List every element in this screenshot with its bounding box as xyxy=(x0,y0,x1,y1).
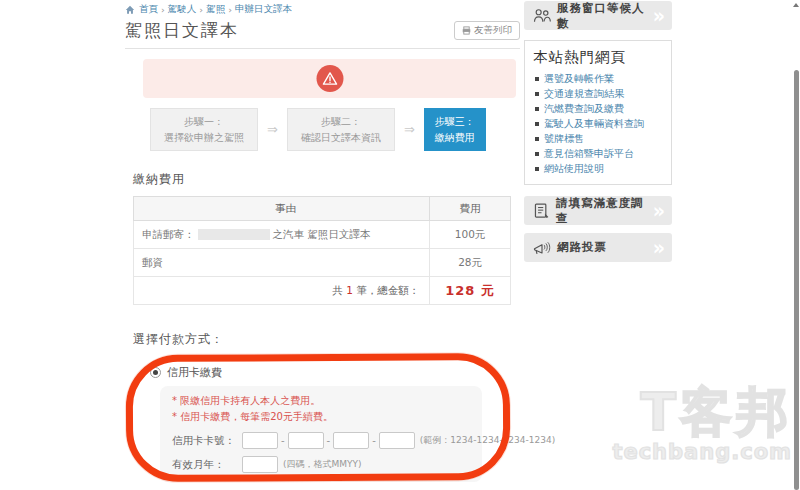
card-number-input-3[interactable] xyxy=(333,432,369,449)
credit-card-panel: * 限繳信用卡持有人本人之費用。 * 信用卡繳費，每筆需20元手續費。 信用卡卡… xyxy=(160,386,482,482)
step-1-number: 步驟一： xyxy=(184,114,224,130)
hot-link-plate-auction[interactable]: 號牌標售 xyxy=(544,132,584,145)
printer-icon xyxy=(462,26,471,35)
card-number-dash: - xyxy=(281,435,285,446)
redacted-personal-info xyxy=(198,229,270,240)
fee-table-header-row: 事由 費用 xyxy=(134,197,511,221)
credit-card-note-1: * 限繳信用卡持有人本人之費用。 xyxy=(172,393,470,409)
hot-pages-box: 本站熱門網頁 選號及轉帳作業 交通違規查詢結果 汽燃費查詢及繳費 駕駛人及車輛資… xyxy=(524,40,672,185)
fee-row1-suffix: 之汽車 駕照日文譯本 xyxy=(273,228,371,240)
bullet-icon xyxy=(535,107,539,111)
people-icon xyxy=(532,7,552,25)
card-number-dash: - xyxy=(327,435,331,446)
expiry-hint: (四碼，格式MMYY) xyxy=(283,458,362,471)
hot-link-fuel-fee[interactable]: 汽燃費查詢及繳費 xyxy=(544,102,624,115)
scrollbar-track[interactable] xyxy=(792,0,800,490)
step-2-number: 步驟二： xyxy=(321,114,361,130)
fee-row1-prefix: 申請郵寄： xyxy=(142,228,195,240)
techbang-domain: techbang.com xyxy=(612,440,792,464)
list-item: 駕駛人及車輛資料查詢 xyxy=(533,117,663,130)
main-column: 首頁 › 駕駛人 › 駕照 › 申辦日文譯本 駕照日文譯本 友善列印 xyxy=(125,0,520,490)
expiry-row: 有效月年： (四碼，格式MMYY) xyxy=(172,456,470,473)
chevron-right-icon: » xyxy=(653,5,665,26)
card-number-row: 信用卡卡號： - - - (範例：1234-1234-1234-1234) xyxy=(172,432,470,449)
bullet-icon xyxy=(535,167,539,171)
online-vote-button[interactable]: 網路投票 » xyxy=(524,233,672,262)
step-2-label: 確認日文譯本資訊 xyxy=(301,130,381,146)
step-arrow-icon: ⇒ xyxy=(267,122,278,137)
fee-header-amount: 費用 xyxy=(430,197,511,221)
chevron-right-icon: » xyxy=(653,237,665,258)
card-number-input-1[interactable] xyxy=(242,432,278,449)
card-number-label: 信用卡卡號： xyxy=(172,434,242,448)
breadcrumb-current: 申辦日文譯本 xyxy=(235,3,292,16)
warning-badge xyxy=(316,65,343,92)
fee-row2-item: 郵資 xyxy=(134,249,430,277)
hot-link-violation-query[interactable]: 交通違規查詢結果 xyxy=(544,87,624,100)
bullet-icon xyxy=(535,137,539,141)
card-number-input-4[interactable] xyxy=(379,432,415,449)
step-2-confirm-info: 步驟二： 確認日文譯本資訊 xyxy=(287,108,395,151)
step-1-label: 選擇欲申辦之駕照 xyxy=(164,130,244,146)
total-count: 1 xyxy=(346,284,353,296)
expiry-input[interactable] xyxy=(242,456,278,473)
list-item: 意見信箱暨申訴平台 xyxy=(533,147,663,160)
hot-link-driver-vehicle-data[interactable]: 駕駛人及車輛資料查詢 xyxy=(544,117,644,130)
step-3-pay-fee-active: 步驟三： 繳納費用 xyxy=(424,108,486,151)
warning-triangle-icon xyxy=(321,71,338,86)
total-label-suffix: 筆，總金額： xyxy=(353,284,419,296)
service-queue-button[interactable]: 服務窗口等候人數 » xyxy=(524,1,672,30)
title-row: 駕照日文譯本 友善列印 xyxy=(125,19,520,49)
fee-row2-amount: 28元 xyxy=(430,249,511,277)
hot-pages-title: 本站熱門網頁 xyxy=(533,48,663,67)
table-row: 申請郵寄：之汽車 駕照日文譯本 100元 xyxy=(134,221,511,249)
bullet-icon xyxy=(535,92,539,96)
service-queue-label: 服務窗口等候人數 xyxy=(557,1,653,31)
megaphone-icon xyxy=(532,239,552,257)
fee-total-row: 共 1 筆，總金額： 128 元 xyxy=(134,277,511,305)
step-3-label: 繳納費用 xyxy=(435,130,475,146)
breadcrumb-separator: › xyxy=(228,4,232,15)
breadcrumb-separator: › xyxy=(161,4,165,15)
step-arrow-icon: ⇒ xyxy=(404,122,415,137)
list-item: 選號及轉帳作業 xyxy=(533,72,663,85)
breadcrumb-license[interactable]: 駕照 xyxy=(206,3,225,16)
survey-label: 請填寫滿意度調查 xyxy=(556,196,653,226)
scrollbar-thumb[interactable] xyxy=(794,70,799,490)
hot-link-site-help[interactable]: 網站使用說明 xyxy=(544,162,604,175)
breadcrumb: 首頁 › 駕駛人 › 駕照 › 申辦日文譯本 xyxy=(125,0,520,16)
list-item: 號牌標售 xyxy=(533,132,663,145)
card-number-input-2[interactable] xyxy=(288,432,324,449)
breadcrumb-home[interactable]: 首頁 xyxy=(139,3,158,16)
credit-card-note-2: * 信用卡繳費，每筆需20元手續費。 xyxy=(172,409,470,425)
hot-link-feedback-platform[interactable]: 意見信箱暨申訴平台 xyxy=(544,147,634,160)
fee-row1-amount: 100元 xyxy=(430,221,511,249)
credit-card-radio-selected[interactable] xyxy=(150,367,161,378)
bullet-icon xyxy=(535,122,539,126)
table-row: 郵資 28元 xyxy=(134,249,511,277)
wizard-steps: 步驟一： 選擇欲申辦之駕照 ⇒ 步驟二： 確認日文譯本資訊 ⇒ 步驟三： 繳納費… xyxy=(150,108,520,151)
chevron-right-icon: » xyxy=(653,200,665,221)
breadcrumb-separator: › xyxy=(199,4,203,15)
credit-card-option-row[interactable]: 信用卡繳費 xyxy=(125,354,520,380)
fee-table: 事由 費用 申請郵寄：之汽車 駕照日文譯本 100元 郵資 28元 共 1 筆，… xyxy=(133,196,511,305)
payment-options: 信用卡繳費 * 限繳信用卡持有人本人之費用。 * 信用卡繳費，每筆需20元手續費… xyxy=(125,354,520,488)
hot-pages-list: 選號及轉帳作業 交通違規查詢結果 汽燃費查詢及繳費 駕駛人及車輛資料查詢 號牌標… xyxy=(533,72,663,175)
techbang-logo: T客邦 xyxy=(612,386,792,438)
list-item: 汽燃費查詢及繳費 xyxy=(533,102,663,115)
total-label-prefix: 共 xyxy=(332,284,346,296)
warning-alert xyxy=(143,59,516,98)
friendly-print-button[interactable]: 友善列印 xyxy=(454,21,520,40)
scrollbar-up-arrow-icon[interactable] xyxy=(793,3,799,7)
page-title: 駕照日文譯本 xyxy=(125,19,239,42)
card-number-hint: (範例：1234-1234-1234-1234) xyxy=(420,434,555,447)
bullet-icon xyxy=(535,77,539,81)
sidebar: 服務窗口等候人數 » 本站熱門網頁 選號及轉帳作業 交通違規查詢結果 汽燃費查詢… xyxy=(524,1,672,262)
fee-header-reason: 事由 xyxy=(134,197,430,221)
breadcrumb-driver[interactable]: 駕駛人 xyxy=(168,3,197,16)
survey-clipboard-icon xyxy=(532,202,551,220)
list-item: 交通違規查詢結果 xyxy=(533,87,663,100)
hot-link-plate-number[interactable]: 選號及轉帳作業 xyxy=(544,72,614,85)
payment-section-title: 選擇付款方式： xyxy=(133,331,520,348)
survey-button[interactable]: 請填寫滿意度調查 » xyxy=(524,196,672,225)
